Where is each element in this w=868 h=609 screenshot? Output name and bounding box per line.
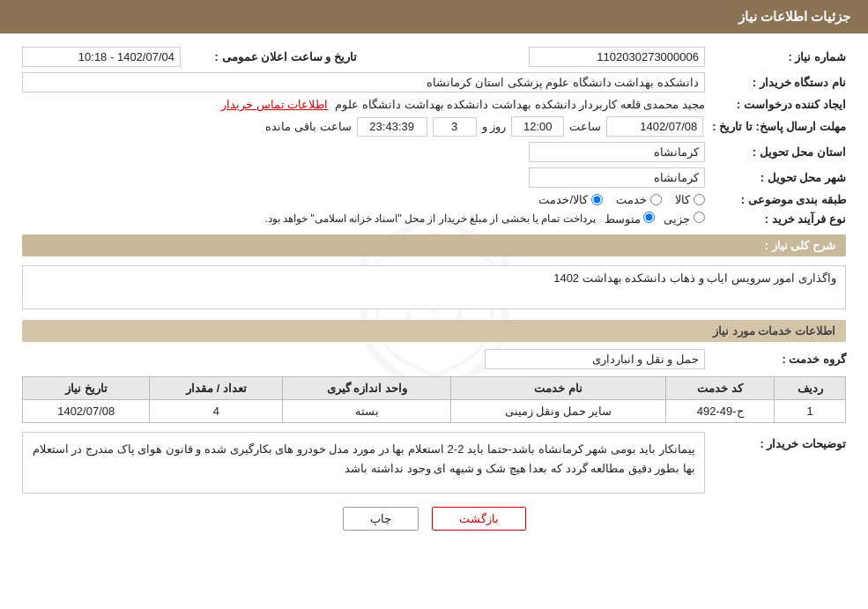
col-service-code: کد خدمت [666,377,775,400]
row-reference: شماره نیاز : 1102030273000006 تاریخ و سا… [22,47,846,67]
deadline-days-label: روز و [482,120,507,133]
buttons-row: بازگشت چاپ [22,507,846,531]
content: جزئیات اطلاعات نیاز شماره نیاز : 1102030… [0,0,868,553]
buyer-org-value: دانشکده بهداشت دانشگاه علوم پزشکی استان … [22,72,705,93]
notes-value: پیمانکار باید بومی شهر کرمانشاه باشد-حتم… [22,432,705,494]
page-wrapper: ★ جزئیات اطلاعات نیاز شماره نیاز : 11020… [0,0,868,609]
province-label: استان محل تحویل : [705,145,846,159]
city-value: کرمانشاه [529,167,705,188]
cell-quantity: 4 [150,400,283,423]
row-category: طبقه بندی موضوعی : کالا خدمت کالا/خدمت [22,193,846,206]
purchase-type-label: نوع فرآیند خرید : [705,212,846,226]
page-title: جزئیات اطلاعات نیاز [738,9,850,24]
deadline-label: مهلت ارسال پاسخ: تا تاریخ : [703,120,846,133]
category-option-khadamat[interactable]: خدمت [616,193,662,206]
category-radio-kala[interactable] [694,194,705,205]
row-buyer-org: نام دستگاه خریدار : دانشکده بهداشت دانشگ… [22,72,846,93]
category-label: طبقه بندی موضوعی : [705,193,846,206]
province-value: کرمانشاه [529,142,705,162]
table-row: 1ح-49-492سایر حمل ونقل زمینیبسته41402/07… [23,400,846,423]
back-button[interactable]: بازگشت [432,507,526,531]
services-table: ردیف کد خدمت نام خدمت واحد اندازه گیری ت… [22,376,846,423]
category-label-kala: کالا [675,193,690,206]
service-group-label: گروه خدمت : [705,353,846,366]
col-quantity: تعداد / مقدار [150,377,283,400]
category-label-khadamat: خدمت [616,193,647,206]
description-value: واگذاری امور سرویس ایاب و ذهاب دانشکده ب… [22,265,846,309]
datetime-value: 1402/07/04 - 10:18 [22,47,181,67]
table-header-row: ردیف کد خدمت نام خدمت واحد اندازه گیری ت… [23,377,846,400]
notes-row: توضیحات خریدار : پیمانکار باید بومی شهر … [22,432,846,494]
deadline-time: 12:00 [511,116,564,137]
deadline-time-label: ساعت [569,120,601,133]
col-service-name: نام خدمت [450,377,665,400]
purchase-type-jozi[interactable]: جزیی [664,212,705,226]
col-date: تاریخ نیاز [23,377,150,400]
reference-number-value: 1102030273000006 [529,47,705,67]
requester-name: مجید محمدی قلعه کاربردار دانشکده بهداشت … [335,98,705,111]
category-radio-group: کالا خدمت کالا/خدمت [538,193,705,206]
print-button[interactable]: چاپ [343,507,419,531]
deadline-countdown: 23:43:39 [357,117,427,137]
main-content: شماره نیاز : 1102030273000006 تاریخ و سا… [0,33,868,553]
row-purchase-type: نوع فرآیند خرید : جزیی متوسط پرداخت تمام… [22,212,846,226]
purchase-label-jozi: جزیی [664,212,690,226]
cell-date: 1402/07/08 [23,400,150,423]
cell-row: 1 [775,400,846,423]
deadline-row: 1402/07/08 ساعت 12:00 روز و 3 23:43:39 س… [265,116,703,137]
row-deadline: مهلت ارسال پاسخ: تا تاریخ : 1402/07/08 س… [22,116,846,137]
deadline-remaining-label: ساعت باقی مانده [265,120,351,133]
service-group-value: حمل و نقل و انبارداری [485,349,705,369]
cell-code: ح-49-492 [666,400,775,423]
services-section-title: اطلاعات خدمات مورد نیاز [22,320,846,342]
purchase-radio-jozi[interactable] [694,212,705,223]
notes-label: توضیحات خریدار : [705,437,846,450]
reference-number-label: شماره نیاز : [705,50,846,63]
category-label-kala-khadamat: کالا/خدمت [538,193,588,206]
category-option-kala[interactable]: کالا [675,193,705,206]
page-header: جزئیات اطلاعات نیاز [0,0,868,33]
description-section: شرح کلی نیاز : واگذاری امور سرویس ایاب و… [22,234,846,309]
datetime-label: تاریخ و ساعت اعلان عمومی : [181,50,357,63]
service-group-row: گروه خدمت : حمل و نقل و انبارداری [22,349,846,369]
category-radio-khadamat[interactable] [650,194,662,205]
col-unit: واحد اندازه گیری [283,377,450,400]
purchase-label-motawaset: متوسط [605,212,641,226]
row-city: شهر محل تحویل : کرمانشاه [22,167,846,188]
city-label: شهر محل تحویل : [705,171,846,184]
row-province: استان محل تحویل : کرمانشاه [22,142,846,162]
row-requester: ایجاد کننده درخواست : مجید محمدی قلعه کا… [22,98,846,111]
purchase-type-note: پرداخت تمام یا بخشی از مبلغ خریدار از مح… [265,212,596,225]
description-section-title: شرح کلی نیاز : [22,234,846,256]
requester-link[interactable]: اطلاعات تماس خریدار [221,98,328,111]
purchase-radio-motawaset[interactable] [643,212,655,223]
purchase-type-row: جزیی متوسط پرداخت تمام یا بخشی از مبلغ خ… [265,212,705,226]
col-row-num: ردیف [775,377,846,400]
category-option-kala-khadamat[interactable]: کالا/خدمت [538,193,603,206]
services-section: اطلاعات خدمات مورد نیاز گروه خدمت : حمل … [22,320,846,423]
purchase-type-motawaset[interactable]: متوسط [605,212,656,226]
deadline-date: 1402/07/08 [606,116,703,137]
buyer-org-label: نام دستگاه خریدار : [705,76,846,89]
cell-name: سایر حمل ونقل زمینی [450,400,665,423]
requester-label: ایجاد کننده درخواست : [705,98,846,111]
cell-unit: بسته [283,400,450,423]
category-radio-kala-khadamat[interactable] [591,194,603,205]
deadline-days: 3 [433,117,477,137]
